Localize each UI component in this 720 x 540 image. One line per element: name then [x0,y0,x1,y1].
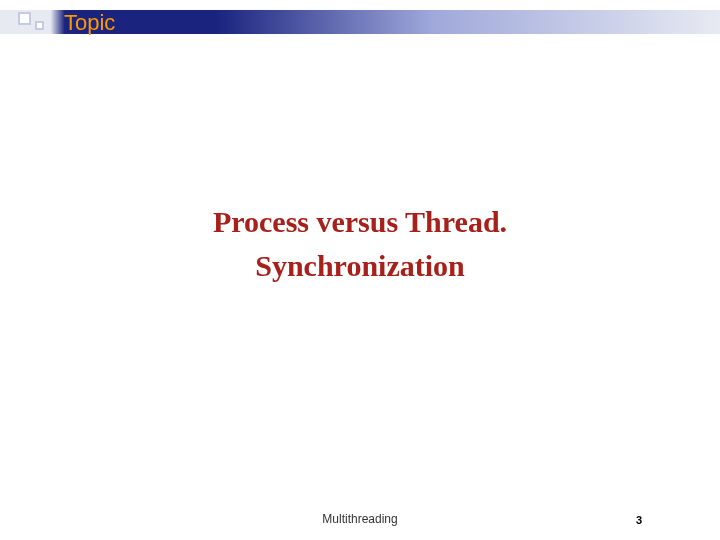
slide-section-label: Topic [64,10,115,36]
title-line-1: Process versus Thread. [0,200,720,244]
page-number: 3 [636,514,642,526]
bullet-square-icon [18,12,31,25]
header-decoration [18,10,44,30]
footer-title: Multithreading [0,512,720,526]
slide-body: Process versus Thread. Synchronization [0,200,720,287]
title-line-2: Synchronization [0,244,720,288]
bullet-square-icon [35,21,44,30]
